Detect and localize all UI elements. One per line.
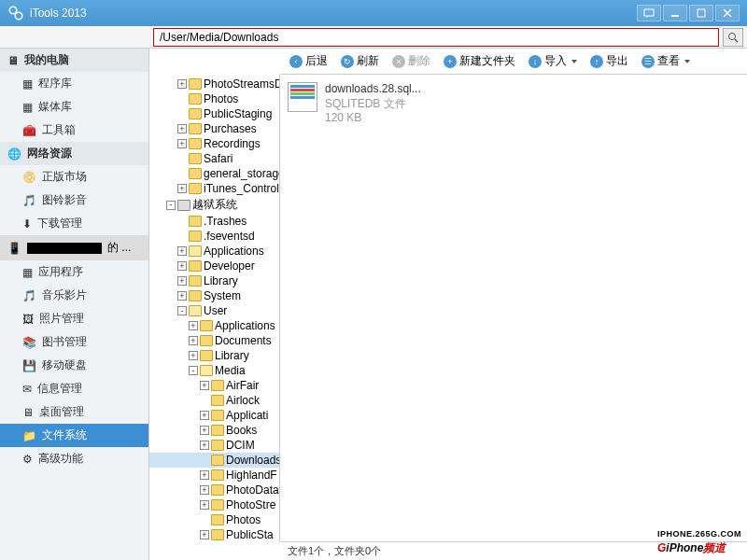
sidebar-item[interactable]: ⬇下载管理 [0,212,148,235]
sidebar-item[interactable]: 🖥桌面管理 [0,400,148,424]
expand-icon[interactable]: + [200,530,209,539]
tree-node-label: Library [204,274,238,287]
tree-node[interactable]: PublicStaging [149,106,279,121]
expand-icon[interactable]: + [177,124,187,133]
file-name: downloads.28.sql... [325,82,421,97]
tree-node[interactable]: Photos [149,512,279,527]
tree-node[interactable]: +System [149,288,279,303]
expand-icon[interactable]: - [166,201,176,210]
tree-node[interactable]: +Applications [149,244,279,259]
folder-icon [189,93,202,105]
sidebar-item[interactable]: 🎵音乐影片 [0,284,148,307]
tree-node[interactable]: +DCIM [149,438,279,453]
tree-node-label: PhotoStreamsData [204,77,280,91]
search-button[interactable] [723,28,743,47]
tree-node[interactable]: -越狱系统 [149,196,279,214]
import-button[interactable]: ↓导入 [523,51,583,71]
minimize-button[interactable] [663,5,687,21]
sidebar-item[interactable]: ▦媒体库 [0,95,148,119]
tree-node[interactable]: +iTunes_Control [149,181,279,196]
tree-node[interactable]: +Documents [149,333,279,348]
export-button[interactable]: ↑导出 [585,51,634,71]
close-button[interactable] [715,5,740,21]
tree-node[interactable]: +PhotoData [149,483,279,497]
expand-icon[interactable]: + [200,381,209,390]
expand-icon[interactable]: + [189,351,198,360]
newfolder-button[interactable]: +新建文件夹 [438,51,521,71]
expand-icon[interactable]: + [177,276,187,286]
sidebar-item[interactable]: 🧰工具箱 [0,119,148,142]
sidebar-item[interactable]: 🎵图铃影音 [0,189,148,212]
back-button[interactable]: ‹后退 [284,51,333,71]
folder-tree[interactable]: +PhotoStreamsDataPhotosPublicStaging+Pur… [149,75,280,541]
tree-node[interactable]: +PhotoStreamsData [149,77,279,91]
expand-icon[interactable]: + [177,139,187,148]
expand-icon[interactable]: + [177,246,187,256]
tree-node[interactable]: +PhotoStre [149,497,279,512]
view-button[interactable]: ☰查看 [636,51,696,71]
tree-node[interactable]: +Library [149,273,279,288]
expand-icon[interactable]: + [177,291,187,301]
tree-node[interactable]: .Trashes [149,214,279,229]
tree-node[interactable]: +Developer [149,259,279,273]
expand-icon[interactable]: + [177,261,187,271]
sidebar-item[interactable]: 📁文件系统 [0,424,148,447]
tree-node[interactable]: +Applications [149,318,279,333]
sidebar-item-icon: 🖥 [22,406,34,419]
tree-node[interactable]: Airlock [149,393,279,408]
search-icon [727,32,739,43]
expand-icon[interactable]: + [200,470,209,480]
tree-node-label: Safari [204,152,233,165]
sidebar-item[interactable]: 📀正版市场 [0,165,148,189]
sidebar-item[interactable]: 🖼照片管理 [0,307,148,330]
expand-icon[interactable]: - [189,366,198,375]
path-input[interactable] [153,28,719,47]
tree-node[interactable]: Safari [149,151,279,166]
folder-icon [211,380,224,391]
expand-icon[interactable]: + [177,184,187,193]
sidebar-item-label: 程序库 [38,76,72,91]
expand-icon[interactable]: + [200,426,209,435]
expand-icon[interactable]: + [177,79,187,89]
tree-node[interactable]: +Books [149,423,279,438]
tree-node[interactable]: +Recordings [149,136,279,151]
tree-node[interactable]: Downloads [149,453,279,468]
expand-icon[interactable]: + [200,485,209,495]
tree-node[interactable]: general_storage [149,166,279,181]
maximize-button[interactable] [689,5,713,21]
feedback-button[interactable] [637,5,661,21]
expand-icon[interactable]: + [200,411,209,420]
delete-button[interactable]: ×删除 [387,51,436,71]
file-list[interactable]: downloads.28.sql... SQLITEDB 文件 120 KB [280,75,747,541]
back-icon: ‹ [289,55,303,68]
tree-node[interactable]: +Library [149,348,279,363]
sidebar-item[interactable]: ▦程序库 [0,72,148,95]
refresh-button[interactable]: ↻刷新 [335,51,385,71]
file-type: SQLITEDB 文件 [325,97,421,112]
pathbar [0,26,747,49]
tree-node[interactable]: +PublicSta [149,527,279,541]
sidebar-item[interactable]: ⚙高级功能 [0,447,148,470]
tree-node[interactable]: -User [149,303,279,318]
expand-icon[interactable]: + [200,500,209,510]
sidebar-group-network[interactable]: 🌐网络资源 [0,142,148,165]
tree-node[interactable]: +Purchases [149,121,279,136]
sidebar-group-computer[interactable]: 🖥我的电脑 [0,49,148,72]
sidebar-item[interactable]: ✉信息管理 [0,377,148,400]
tree-node[interactable]: +HighlandF [149,468,279,483]
expand-icon[interactable]: + [200,441,209,450]
folder-icon [189,78,202,90]
tree-node[interactable]: Photos [149,91,279,106]
sidebar-item[interactable]: ▦应用程序 [0,260,148,284]
tree-node[interactable]: -Media [149,363,279,378]
sidebar-item[interactable]: 💾移动硬盘 [0,354,148,377]
tree-node[interactable]: +Applicati [149,408,279,423]
expand-icon[interactable]: + [189,336,198,345]
sidebar-item[interactable]: 📚图书管理 [0,330,148,354]
expand-icon[interactable]: + [189,321,198,330]
tree-node[interactable]: +AirFair [149,378,279,393]
expand-icon[interactable]: - [177,306,187,315]
file-item[interactable]: downloads.28.sql... SQLITEDB 文件 120 KB [288,82,474,126]
tree-node[interactable]: .fseventsd [149,229,279,244]
sidebar-device[interactable]: 📱的 ... [0,235,148,260]
